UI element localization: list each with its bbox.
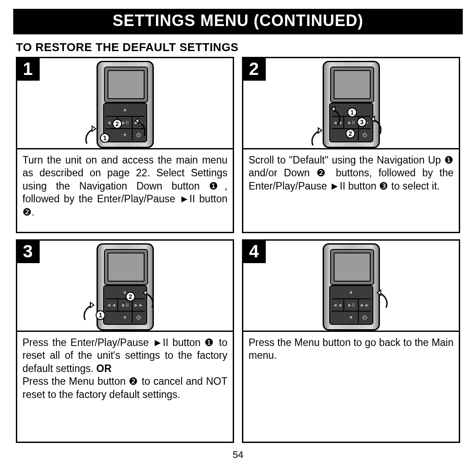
play-pause-icon: ►II (343, 299, 359, 311)
callout-bubble: 1 (100, 133, 110, 143)
step-3-figure: 3 ▲ ◄◄►II►► ▼⏻ 1 (16, 239, 234, 332)
power-icon: ⏻ (132, 312, 144, 323)
callout-bubble: 2 (112, 119, 122, 129)
power-icon: ⏻ (132, 129, 144, 141)
step-number: 3 (16, 239, 40, 263)
step-number: 1 (16, 57, 40, 81)
section-subheading: TO RESTORE THE DEFAULT SETTINGS (16, 41, 460, 54)
nav-left-icon: ◄◄ (332, 117, 344, 128)
device-illustration: ▲ ◄◄►II►► ▼⏻ (323, 243, 380, 331)
svg-marker-3 (318, 128, 322, 133)
nav-down-icon: ▼ (117, 312, 133, 323)
nav-left-icon: ◄◄ (332, 299, 344, 311)
step-2-figure: 2 ▲ ◄◄►II►► ▼⏻ 1 (242, 57, 460, 149)
step-1-text: Turn the unit on and access the main men… (16, 149, 234, 233)
svg-marker-5 (90, 302, 94, 308)
step-number: 2 (242, 57, 266, 81)
power-icon: ⏻ (358, 312, 370, 323)
callout-bubble: 2 (126, 292, 135, 301)
callout-bubble: 3 (357, 117, 367, 127)
nav-right-icon: ►► (358, 299, 370, 311)
nav-left-icon: ◄◄ (106, 299, 118, 311)
svg-marker-0 (92, 126, 96, 131)
callout-bubble: 2 (346, 129, 355, 138)
step-3-text: Press the Enter/Play/Pause ►II button ❶ … (16, 332, 234, 443)
nav-up-icon: ▲ (117, 104, 133, 115)
step-2-text: Scroll to "Default" using the Navigation… (242, 149, 460, 233)
step-number: 4 (242, 239, 266, 263)
callout-bubble: 1 (96, 310, 105, 320)
callout-bubble: 1 (347, 108, 357, 117)
nav-right-icon: ►► (132, 299, 144, 311)
power-icon: ⏻ (358, 129, 370, 141)
nav-right-icon: ►► (132, 117, 144, 128)
page-number: 54 (13, 449, 463, 461)
nav-up-icon: ▲ (343, 286, 359, 298)
step-1-figure: 1 ▲ ◄◄►II►► ▼⏻ 1 (16, 57, 234, 149)
page-title: SETTINGS MENU (CONTINUED) (13, 9, 463, 34)
device-illustration: ▲ ◄◄►II►► ▼⏻ (97, 243, 154, 331)
nav-down-icon: ▼ (117, 129, 133, 141)
step-4-figure: 4 ▲ ◄◄►II►► ▼⏻ (242, 239, 460, 332)
play-pause-icon: ►II (343, 117, 359, 128)
nav-down-icon: ▼ (343, 312, 359, 323)
step-4-text: Press the Menu button to go back to the … (242, 332, 460, 443)
